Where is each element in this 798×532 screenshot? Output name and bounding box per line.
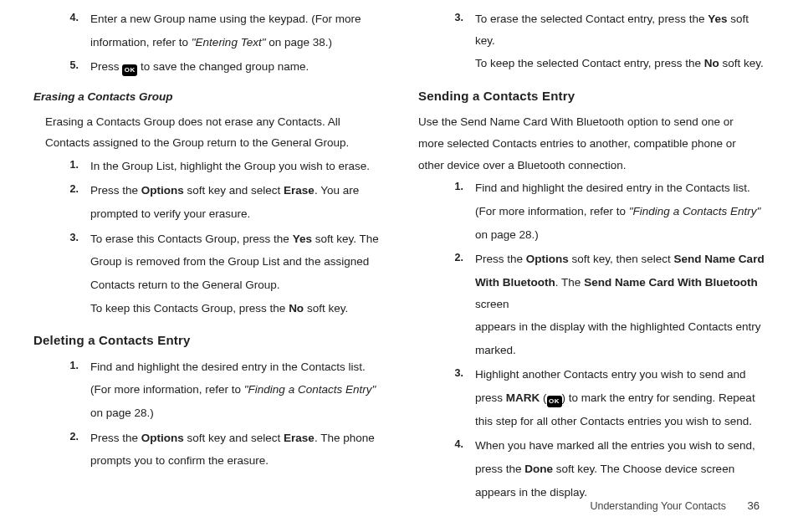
text: To keep the selected Contact entry, pres…: [475, 57, 704, 69]
bold: With Bluetooth: [475, 276, 555, 289]
text: ) to mark the entry for sending. Repeat: [562, 391, 755, 404]
text: Press the: [90, 432, 141, 444]
text: Enter a new Group name using the keypad.…: [90, 13, 361, 25]
text: appears in the display with the highligh…: [475, 316, 765, 338]
step-2: 2. Press the Options soft key, then sele…: [418, 248, 765, 362]
text: on page 28.): [475, 224, 765, 246]
text: Press the: [475, 253, 526, 265]
text: . You are: [315, 184, 359, 197]
step-2: 2. Press the Options soft key and select…: [33, 180, 380, 226]
text: other device over a Bluetooth connection…: [418, 159, 626, 171]
text: information, refer to: [90, 36, 192, 49]
text: Press: [90, 60, 122, 73]
text: press the: [475, 463, 524, 475]
step-number: 2.: [33, 427, 90, 448]
text: To erase the selected Contact entry, pre…: [475, 13, 708, 25]
step-number: 1.: [418, 177, 475, 197]
bold: MARK: [506, 391, 540, 404]
step-1: 1. In the Group List, highlight the Grou…: [33, 156, 380, 179]
bold: No: [289, 302, 304, 315]
cross-ref: "Entering Text": [192, 36, 266, 49]
text: to save the changed group name.: [137, 60, 309, 73]
text: Use the Send Name Card With Bluetooth op…: [418, 115, 734, 128]
text: Group is removed from the Group List and…: [90, 251, 380, 273]
text: Press the: [90, 184, 141, 197]
intro-para: Erasing a Contacts Group does not erase …: [45, 111, 380, 154]
delete-entry-steps-cont: 3. To erase the selected Contact entry, …: [418, 8, 765, 76]
step-number: 4.: [418, 435, 475, 455]
text: screen: [475, 298, 509, 310]
step-number: 4.: [33, 8, 90, 28]
step-text: To erase the selected Contact entry, pre…: [475, 8, 765, 76]
text: soft key and select: [184, 184, 284, 197]
step-5: 5. Press OK to save the changed group na…: [33, 56, 380, 79]
heading-deleting-entry: Deleting a Contacts Entry: [33, 329, 380, 353]
text: marked.: [475, 340, 765, 361]
step-number: 3.: [418, 364, 475, 384]
text: Find and highlight the desired entry in …: [475, 177, 765, 199]
text: prompted to verify your erasure.: [90, 203, 380, 225]
text: Contacts assigned to the Group return to…: [45, 136, 349, 149]
text: this step for all other Contacts entries…: [475, 411, 765, 432]
left-column: 4. Enter a new Group name using the keyp…: [33, 8, 380, 506]
step-number: 1.: [33, 156, 90, 176]
text: When you have marked all the entries you…: [475, 435, 765, 457]
text: on page 38.): [265, 36, 332, 49]
step-text: Press the Options soft key and select Er…: [90, 180, 380, 226]
text: prompts you to confirm the erasure.: [90, 450, 380, 472]
step-text: In the Group List, highlight the Group y…: [90, 156, 380, 179]
step-text: Press the Options soft key and select Er…: [90, 427, 380, 473]
step-text: Press the Options soft key, then select …: [475, 248, 765, 362]
text: In the Group List, highlight the Group y…: [90, 156, 380, 177]
text: soft key. The Choose device screen: [553, 463, 734, 475]
step-number: 2.: [418, 248, 475, 269]
text: Erasing a Contacts Group does not erase …: [45, 115, 340, 128]
step-number: 1.: [33, 356, 90, 376]
text: soft key.: [719, 57, 764, 69]
text: (For more information, refer to: [475, 205, 629, 217]
step-text: Enter a new Group name using the keypad.…: [90, 8, 380, 54]
bold: Options: [141, 432, 184, 444]
text: To keep this Contacts Group, press the: [90, 302, 289, 315]
step-3: 3. To erase this Contacts Group, press t…: [33, 228, 380, 321]
step-number: 3.: [33, 228, 90, 248]
bold: Options: [526, 253, 569, 265]
page-footer: Understanding Your Contacts 36: [590, 499, 760, 512]
step-text: Highlight another Contacts entry you wis…: [475, 364, 765, 433]
step-4: 4. Enter a new Group name using the keyp…: [33, 8, 380, 54]
bold: Erase: [284, 184, 315, 197]
step-text: Find and highlight the desired entry in …: [475, 177, 765, 247]
cross-ref: "Finding a Contacts Entry": [244, 383, 376, 396]
text: To erase this Contacts Group, press the: [90, 233, 293, 245]
ok-icon: OK: [547, 396, 562, 407]
bold: Yes: [293, 233, 312, 245]
bold: Done: [524, 463, 553, 475]
bold: Yes: [708, 13, 727, 25]
erase-group-steps: 1. In the Group List, highlight the Grou…: [33, 156, 380, 320]
step-text: When you have marked all the entries you…: [475, 435, 765, 504]
step-text: Find and highlight the desired entry in …: [90, 356, 380, 426]
heading-sending-entry: Sending a Contacts Entry: [418, 84, 765, 109]
step-text: To erase this Contacts Group, press the …: [90, 228, 380, 321]
bold: Send Name Card: [674, 253, 765, 265]
step-text: Press OK to save the changed group name.: [90, 56, 380, 79]
two-column-layout: 4. Enter a new Group name using the keyp…: [33, 8, 765, 506]
text: soft key, then select: [569, 253, 674, 265]
text: Highlight another Contacts entry you wis…: [475, 364, 765, 386]
text: . The: [555, 276, 584, 289]
step-2: 2. Press the Options soft key and select…: [33, 427, 380, 473]
text: on page 28.): [90, 402, 380, 424]
bold: Erase: [284, 432, 315, 444]
text: soft key and select: [184, 432, 284, 444]
text: (For more information, refer to: [90, 383, 244, 396]
send-entry-steps: 1. Find and highlight the desired entry …: [418, 177, 765, 504]
text: (: [540, 391, 546, 404]
step-4: 4. When you have marked all the entries …: [418, 435, 765, 504]
text: Find and highlight the desired entry in …: [90, 356, 380, 378]
step-3: 3. To erase the selected Contact entry, …: [418, 8, 765, 76]
section-title: Understanding Your Contacts: [590, 500, 726, 512]
step-number: 2.: [33, 180, 90, 200]
cross-ref: "Finding a Contacts Entry": [629, 205, 760, 217]
page-number: 36: [748, 499, 760, 512]
text: soft key. The: [312, 233, 379, 245]
